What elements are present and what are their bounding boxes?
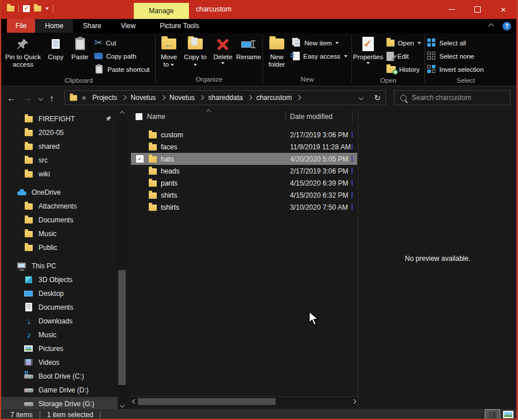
chevron-right-icon[interactable] [199,95,204,100]
refresh-button[interactable]: ↻ [369,91,385,105]
move-to-button[interactable]: ← Move to [156,34,182,68]
sidebar-item[interactable]: Public [1,241,118,255]
column-header-name[interactable]: Name [147,113,165,121]
sidebar-item[interactable]: Downloads [1,314,118,328]
tab-file[interactable]: File [7,19,35,33]
sidebar-item[interactable]: Game Drive (D:) [1,383,118,397]
scrollbar-thumb[interactable] [118,270,126,385]
tab-picture-tools[interactable]: Picture Tools [150,19,208,33]
copy-path-button[interactable]: ... Copy path [92,49,155,63]
address-dropdown-button[interactable] [353,91,369,105]
breadcrumb-segment[interactable]: Projects [88,94,127,102]
sidebar-item[interactable]: Desktop [1,287,118,300]
file-row[interactable]: ✓ shirts 4/15/2020 6:32 PM [131,189,357,201]
scroll-right-arrow[interactable] [350,397,357,406]
copy-button[interactable]: Copy [44,34,68,61]
breadcrumb-segment[interactable]: Novetus [127,94,166,102]
pin-to-quick-access-label: Pin to Quick access [5,53,41,68]
breadcrumb-overflow[interactable]: « [82,94,86,102]
sidebar-item[interactable]: Videos [1,356,118,369]
search-placeholder: Search charcustom [412,94,471,102]
sidebar-item[interactable]: wiki [1,167,118,181]
pin-to-quick-access-button[interactable]: Pin to Quick access [2,34,44,68]
sidebar-item[interactable]: Boot Drive (C:) [1,369,118,383]
recent-locations-icon[interactable] [38,96,43,101]
folder-icon [24,202,33,211]
open-button[interactable]: Open [384,36,423,49]
title-bar[interactable]: ✓ Manage charcustom × [0,0,518,19]
column-divider[interactable] [285,111,286,122]
chevron-right-icon[interactable] [296,95,301,100]
delete-button[interactable]: Delete [211,34,235,64]
scroll-up-arrow[interactable] [118,109,126,118]
close-button[interactable]: × [490,0,516,19]
folder-icon [148,142,157,152]
history-button[interactable]: History [384,63,423,76]
sidebar-scrollbar[interactable] [118,109,126,409]
properties-button[interactable]: Properties [352,34,384,64]
minimize-button[interactable] [439,0,465,19]
sidebar-item[interactable]: src [1,153,118,167]
row-checkbox[interactable]: ✓ [136,155,144,163]
paste-shortcut-button[interactable]: Paste shortcut [92,63,155,76]
sidebar-item[interactable]: Pictures [1,342,118,356]
column-divider[interactable] [352,111,353,122]
sidebar-item[interactable]: Documents [1,300,118,314]
folder-icon[interactable] [7,6,14,11]
forward-button[interactable]: → [23,93,32,103]
chevron-right-icon[interactable] [160,95,165,100]
help-icon[interactable]: ? [502,22,511,30]
tab-home[interactable]: Home [35,19,73,33]
new-item-button[interactable]: New item [291,36,350,49]
cut-button[interactable]: ✂ Cut [92,36,155,49]
easy-access-button[interactable]: Easy access [291,49,350,63]
select-none-button[interactable]: Select none [425,49,505,63]
file-row[interactable]: ✓ heads 2/17/2019 3:06 PM [131,165,357,177]
sidebar-item[interactable]: 2020-05 [1,126,118,140]
tab-share[interactable]: Share [73,19,111,33]
sidebar-item[interactable]: Documents [1,213,118,227]
address-bar[interactable]: « Projects Novetus Novetus shareddata [64,90,386,105]
sidebar-item[interactable]: Attachments [1,199,118,213]
folder-icon[interactable] [34,6,41,11]
search-input[interactable]: Search charcustom [394,90,511,105]
invert-selection-button[interactable]: Invert selection [425,63,505,76]
sidebar-item[interactable]: Storage Drive (G:) [1,397,118,409]
scrollbar-thumb[interactable] [138,398,276,405]
sidebar-item[interactable]: 3D Objects [1,273,118,287]
file-row[interactable]: ✓ faces 11/9/2019 11:28 AM [131,141,357,153]
sidebar-item[interactable]: Music [1,328,118,342]
sidebar-item[interactable]: FIREFIGHT [1,112,118,126]
maximize-button[interactable] [465,0,490,19]
new-folder-button[interactable]: New folder [263,34,291,68]
sidebar-item[interactable]: shared [1,140,118,153]
sidebar-item[interactable]: This PC [1,259,118,273]
chevron-right-icon[interactable] [248,95,252,100]
file-row[interactable]: ✓ hats 4/20/2020 5:05 PM [131,153,357,165]
copy-to-button[interactable]: Copy to [182,34,208,68]
scroll-down-arrow[interactable] [118,400,126,409]
back-button[interactable]: ← [7,93,16,103]
file-list-horizontal-scrollbar[interactable] [131,396,357,406]
select-all-checkbox[interactable] [136,113,142,120]
breadcrumb-segment[interactable]: Novetus [165,94,204,102]
breadcrumb-segment[interactable]: charcustom [252,94,301,102]
tab-manage[interactable]: Manage [134,3,189,19]
collapse-ribbon-icon[interactable] [489,23,494,29]
chevron-right-icon[interactable] [122,95,126,100]
file-row[interactable]: ✓ tshirts 3/10/2020 7:50 AM [131,201,357,213]
qat-dropdown-icon[interactable] [45,7,49,10]
tab-view[interactable]: View [111,19,145,33]
file-row[interactable]: ✓ pants 4/15/2020 6:39 PM [131,177,357,189]
rename-button[interactable]: Rename [235,34,262,61]
sidebar-item[interactable]: Music [1,227,118,241]
paste-button[interactable]: Paste [68,34,92,61]
column-header-date-modified[interactable]: Date modified [290,113,333,121]
checkbox-icon[interactable]: ✓ [23,5,30,12]
file-row[interactable]: ✓ custom 2/17/2019 3:06 PM [131,129,357,141]
up-button[interactable]: ↑ [50,93,55,103]
sidebar-item[interactable]: OneDrive [1,186,118,199]
breadcrumb-segment[interactable]: shareddata [204,94,253,102]
select-all-button[interactable]: Select all [425,36,505,49]
edit-button[interactable]: Edit [384,49,423,63]
